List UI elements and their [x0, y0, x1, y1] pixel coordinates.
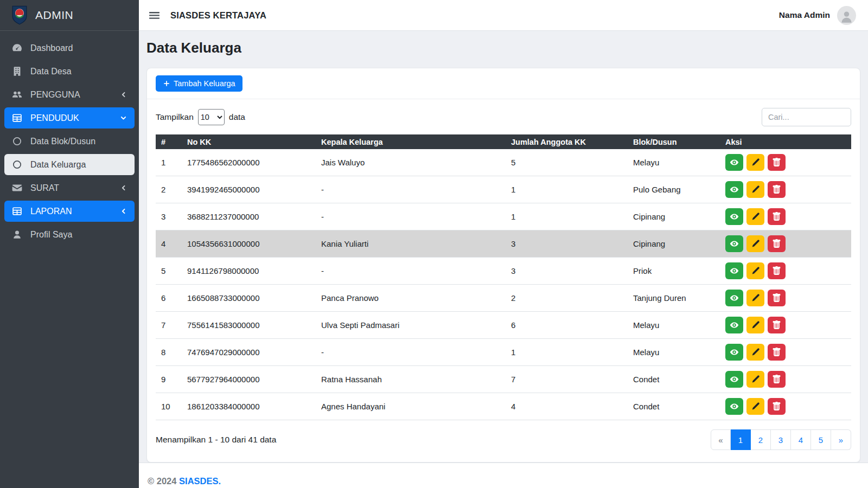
table-cell: 3	[506, 230, 628, 258]
main-column: SIASDES KERTAJAYA Nama Admin Data Keluar…	[139, 0, 868, 488]
topbar-user-area[interactable]: Nama Admin	[779, 6, 856, 25]
delete-button[interactable]	[768, 317, 786, 333]
trash-icon	[772, 185, 781, 194]
delete-button[interactable]	[768, 398, 786, 415]
row-actions	[725, 344, 846, 361]
add-family-button-label: Tambah Keluarga	[174, 79, 235, 88]
delete-button[interactable]	[768, 262, 786, 279]
table-cell: 4	[506, 393, 628, 420]
plus-icon	[163, 80, 170, 87]
sidebar-item-data-desa[interactable]: Data Desa	[4, 61, 135, 82]
sidebar-item-data-blok-dusun[interactable]: Data Blok/Dusun	[4, 131, 135, 152]
trash-icon	[772, 239, 781, 248]
table-row: 61665088733000000Panca Pranowo2Tanjung D…	[156, 285, 851, 312]
page-title: Data Keluarga	[146, 40, 860, 56]
view-button[interactable]	[725, 344, 743, 361]
table-cell: 2	[156, 176, 182, 203]
view-button[interactable]	[725, 371, 743, 388]
eye-icon	[730, 375, 739, 384]
delete-button[interactable]	[768, 371, 786, 388]
search-input[interactable]	[762, 108, 851, 126]
app-logo-icon	[11, 5, 28, 25]
edit-button[interactable]	[746, 235, 764, 252]
page-footer: © 2024 SIASDES.	[139, 463, 868, 488]
table-cell: 1	[156, 149, 182, 176]
view-button[interactable]	[725, 208, 743, 225]
sidebar-item-data-keluarga[interactable]: Data Keluarga	[4, 154, 135, 175]
page-button-2[interactable]: 2	[751, 429, 771, 450]
people-icon	[12, 89, 22, 100]
row-actions	[725, 154, 846, 171]
sidebar-item-pengguna[interactable]: PENGGUNA	[4, 84, 135, 105]
table-cell: Condet	[628, 366, 720, 393]
edit-button[interactable]	[746, 398, 764, 415]
edit-button[interactable]	[746, 262, 764, 279]
add-family-button[interactable]: Tambah Keluarga	[156, 75, 242, 92]
delete-button[interactable]	[768, 235, 786, 252]
page-button-5[interactable]: 5	[811, 429, 831, 450]
view-button[interactable]	[725, 317, 743, 333]
view-button[interactable]	[725, 154, 743, 171]
table-row: 41054356631000000Kania Yuliarti3Cipinang	[156, 230, 851, 258]
pencil-icon	[751, 293, 760, 303]
column-header: #	[156, 134, 182, 149]
table-footer: Menampilkan 1 - 10 dari 41 data «12345»	[156, 429, 851, 450]
delete-button[interactable]	[768, 208, 786, 225]
pencil-icon	[751, 266, 760, 275]
view-button[interactable]	[725, 262, 743, 279]
table-cell: 7	[506, 366, 628, 393]
sidebar-item-dashboard[interactable]: Dashboard	[4, 37, 135, 59]
view-button[interactable]	[725, 290, 743, 306]
table-icon	[12, 113, 22, 123]
table-cell: 1775486562000000	[182, 149, 316, 176]
trash-icon	[772, 375, 781, 384]
page-button-3[interactable]: 3	[771, 429, 791, 450]
family-table: #No KKKepala KeluargaJumlah Anggota KKBl…	[156, 134, 851, 420]
pencil-icon	[751, 348, 760, 357]
app-title: SIASDES KERTAJAYA	[170, 10, 266, 21]
sidebar-item-penduduk[interactable]: PENDUDUK	[4, 107, 135, 129]
footer-brand-link[interactable]: SIASDES.	[179, 476, 221, 486]
delete-button[interactable]	[768, 181, 786, 198]
edit-button[interactable]	[746, 317, 764, 333]
user-avatar-icon[interactable]	[837, 6, 856, 25]
table-controls: Tampilkan 10 data	[156, 108, 851, 126]
topbar: SIASDES KERTAJAYA Nama Admin	[139, 0, 868, 31]
pencil-icon	[751, 158, 760, 167]
edit-button[interactable]	[746, 154, 764, 171]
delete-button[interactable]	[768, 154, 786, 171]
page-button-1[interactable]: 1	[731, 429, 751, 450]
column-header: Blok/Dusun	[628, 134, 720, 149]
delete-button[interactable]	[768, 290, 786, 306]
page-button-4[interactable]: 4	[791, 429, 811, 450]
page-size-select[interactable]: 10	[198, 109, 225, 125]
sidebar-item-profil-saya[interactable]: Profil Saya	[4, 224, 135, 245]
edit-button[interactable]	[746, 371, 764, 388]
menu-toggle-button[interactable]	[148, 9, 161, 22]
view-button[interactable]	[725, 181, 743, 198]
view-button[interactable]	[725, 235, 743, 252]
chevron-left-icon	[120, 91, 127, 98]
page-button-prev[interactable]: «	[711, 429, 731, 450]
sidebar-item-laporan[interactable]: LAPORAN	[4, 201, 135, 222]
edit-button[interactable]	[746, 208, 764, 225]
table-row: 87476947029000000-1Melayu	[156, 339, 851, 366]
table-cell: 2	[506, 285, 628, 312]
data-label: data	[229, 112, 245, 122]
view-button[interactable]	[725, 398, 743, 415]
row-actions	[725, 262, 846, 279]
table-cell: 8	[156, 339, 182, 366]
edit-button[interactable]	[746, 344, 764, 361]
edit-button[interactable]	[746, 290, 764, 306]
table-cell: 3688211237000000	[182, 203, 316, 230]
sidebar-item-label: SURAT	[30, 183, 59, 193]
trash-icon	[772, 348, 781, 357]
sidebar-item-surat[interactable]: SURAT	[4, 177, 135, 198]
row-actions	[725, 317, 846, 333]
edit-button[interactable]	[746, 181, 764, 198]
table-cell: 1	[506, 339, 628, 366]
speedometer-icon	[12, 43, 22, 53]
page-button-next[interactable]: »	[831, 429, 851, 450]
delete-button[interactable]	[768, 344, 786, 361]
sidebar-brand[interactable]: ADMIN	[0, 0, 139, 31]
